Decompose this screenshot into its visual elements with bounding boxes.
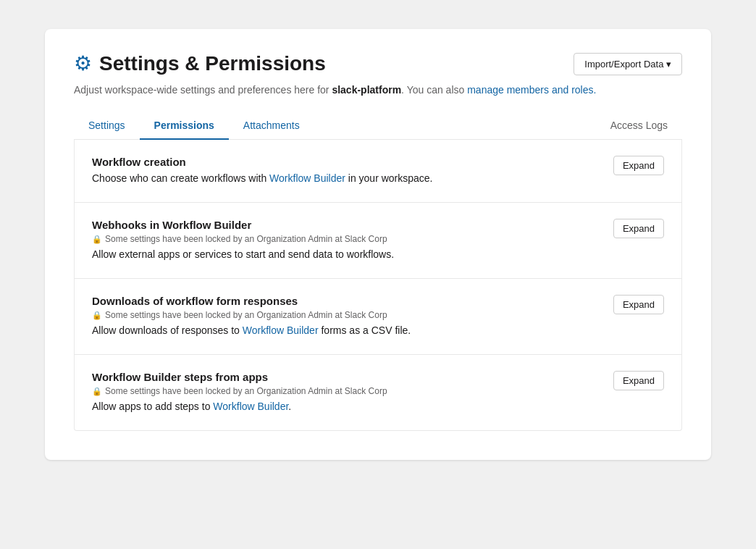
content-panel: Workflow creation Choose who can create … — [74, 140, 682, 431]
desc-steps-suffix: . — [288, 401, 291, 412]
title-group: ⚙ Settings & Permissions — [74, 52, 326, 75]
section-workflow-creation-header: Workflow creation Choose who can create … — [92, 156, 664, 186]
header-row: ⚙ Settings & Permissions Import/Export D… — [74, 52, 682, 75]
manage-members-link[interactable]: manage members and roles. — [467, 84, 596, 96]
lock-text-webhooks: Some settings have been locked by an Org… — [105, 234, 387, 244]
desc-steps-prefix: Allow apps to add steps to — [92, 401, 213, 412]
section-downloads-content: Downloads of workflow form responses 🔒 S… — [92, 295, 602, 338]
workflow-builder-link-2[interactable]: Workflow Builder — [243, 324, 319, 336]
section-workflow-creation: Workflow creation Choose who can create … — [75, 140, 681, 203]
desc-webhooks: Allow external apps or services to start… — [92, 248, 394, 260]
gear-icon: ⚙ — [74, 54, 92, 74]
workflow-builder-link-1[interactable]: Workflow Builder — [269, 172, 345, 184]
section-steps-from-apps-title: Workflow Builder steps from apps — [92, 371, 602, 383]
lock-text-steps: Some settings have been locked by an Org… — [105, 386, 387, 396]
workspace-name: slack-platform — [332, 84, 401, 96]
section-steps-from-apps-content: Workflow Builder steps from apps 🔒 Some … — [92, 371, 602, 414]
tab-permissions[interactable]: Permissions — [140, 112, 229, 140]
lock-notice-webhooks: 🔒 Some settings have been locked by an O… — [92, 234, 602, 244]
tab-attachments[interactable]: Attachments — [229, 112, 314, 140]
section-workflow-creation-content: Workflow creation Choose who can create … — [92, 156, 602, 186]
section-steps-from-apps-header: Workflow Builder steps from apps 🔒 Some … — [92, 371, 664, 414]
import-export-button[interactable]: Import/Export Data ▾ — [574, 53, 682, 75]
tabs-bar: Settings Permissions Attachments Access … — [74, 112, 682, 140]
lock-icon-webhooks: 🔒 — [92, 235, 102, 244]
section-downloads-title: Downloads of workflow form responses — [92, 295, 602, 307]
subtitle-middle: . You can also — [401, 84, 467, 96]
section-webhooks-title: Webhooks in Workflow Builder — [92, 219, 602, 231]
section-steps-from-apps: Workflow Builder steps from apps 🔒 Some … — [75, 355, 681, 430]
lock-notice-steps: 🔒 Some settings have been locked by an O… — [92, 386, 602, 396]
expand-button-downloads[interactable]: Expand — [613, 295, 664, 314]
section-downloads-header: Downloads of workflow form responses 🔒 S… — [92, 295, 664, 338]
lock-icon-steps: 🔒 — [92, 387, 102, 396]
section-webhooks: Webhooks in Workflow Builder 🔒 Some sett… — [75, 203, 681, 279]
expand-button-workflow-creation[interactable]: Expand — [613, 156, 664, 175]
lock-icon-downloads: 🔒 — [92, 311, 102, 320]
desc-suffix: in your workspace. — [345, 172, 433, 184]
expand-button-webhooks[interactable]: Expand — [613, 219, 664, 238]
section-downloads: Downloads of workflow form responses 🔒 S… — [75, 279, 681, 355]
subtitle-prefix: Adjust workspace-wide settings and prefe… — [74, 84, 332, 96]
page-container: ⚙ Settings & Permissions Import/Export D… — [45, 29, 711, 460]
section-downloads-desc: Allow downloads of responses to Workflow… — [92, 323, 602, 338]
section-webhooks-content: Webhooks in Workflow Builder 🔒 Some sett… — [92, 219, 602, 262]
section-workflow-creation-desc: Choose who can create workflows with Wor… — [92, 171, 602, 186]
section-steps-from-apps-desc: Allow apps to add steps to Workflow Buil… — [92, 399, 602, 414]
desc-downloads-prefix: Allow downloads of responses to — [92, 324, 243, 336]
expand-button-steps-from-apps[interactable]: Expand — [613, 371, 664, 390]
page-title: Settings & Permissions — [99, 52, 326, 75]
lock-notice-downloads: 🔒 Some settings have been locked by an O… — [92, 310, 602, 320]
section-webhooks-header: Webhooks in Workflow Builder 🔒 Some sett… — [92, 219, 664, 262]
section-webhooks-desc: Allow external apps or services to start… — [92, 247, 602, 262]
desc-prefix: Choose who can create workflows with — [92, 172, 269, 184]
lock-text-downloads: Some settings have been locked by an Org… — [105, 310, 387, 320]
workflow-builder-link-3[interactable]: Workflow Builder — [213, 401, 288, 412]
tab-settings[interactable]: Settings — [74, 112, 140, 140]
desc-downloads-suffix: forms as a CSV file. — [319, 324, 411, 336]
tab-access-logs[interactable]: Access Logs — [596, 112, 682, 140]
subtitle: Adjust workspace-wide settings and prefe… — [74, 83, 682, 98]
section-workflow-creation-title: Workflow creation — [92, 156, 602, 168]
